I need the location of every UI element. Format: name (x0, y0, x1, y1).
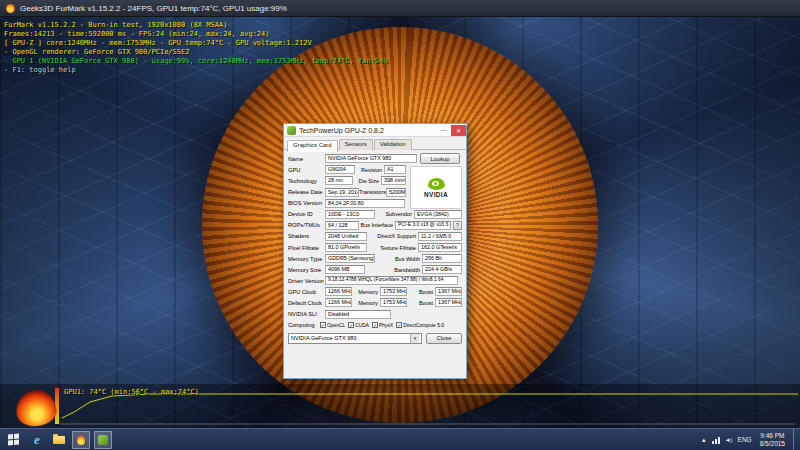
taskbar-explorer-icon[interactable] (50, 431, 68, 449)
window-titlebar: Geeks3D FurMark v1.15.2.2 - 24FPS, GPU1 … (0, 0, 800, 17)
label-default-boost-clock: Boost (407, 300, 435, 306)
language-indicator[interactable]: ENG (738, 436, 752, 443)
value-revision: A1 (384, 165, 406, 174)
taskbar-clock[interactable]: 9:46 PM 8/5/2015 (757, 432, 788, 448)
osd-line: [ GPU-Z ] core:1240MHz - mem:1753MHz - G… (4, 39, 388, 48)
value-memory-type: GDDR5 (Samsung) (325, 254, 375, 263)
label-bus-width: Bus Width (375, 256, 422, 262)
label-rops-tmus: ROPs/TMUs (288, 222, 325, 228)
value-die-size: 398 mm² (381, 176, 406, 185)
value-gpu-boost-clock: 1367 MHz (435, 287, 462, 296)
value-gpu-mem-clock: 1753 MHz (380, 287, 407, 296)
gpuz-close-button[interactable]: Close (426, 333, 462, 344)
clock-date: 8/5/2015 (760, 440, 785, 448)
windows-logo-icon (8, 433, 19, 445)
lookup-button[interactable]: Lookup (420, 153, 460, 164)
label-pixel-fillrate: Pixel Fillrate (288, 245, 325, 251)
gpu-temp-readout: GPU1: 74°C (min:56°C - max:74°C) (64, 388, 199, 396)
label-name: Name (288, 156, 325, 162)
value-default-clock: 1266 MHz (325, 298, 352, 307)
label-driver: Driver Version (288, 278, 325, 284)
volume-icon[interactable]: ◄) (725, 429, 733, 450)
taskbar-furmark-icon[interactable] (72, 431, 90, 449)
bus-interface-help-icon[interactable]: ? (453, 221, 462, 230)
value-bus-width: 256 Bit (422, 254, 462, 263)
label-subvendor: Subvendor (375, 211, 414, 217)
taskbar-ie-icon[interactable]: e (28, 431, 46, 449)
network-icon[interactable] (712, 436, 720, 444)
cuda-checkbox[interactable]: ✓ (348, 322, 354, 328)
value-transistors: 5200M (386, 188, 406, 197)
gpuz-app-icon (287, 126, 296, 135)
opencl-checkbox[interactable]: ✓ (320, 322, 326, 328)
gpuz-titlebar[interactable]: TechPowerUp GPU-Z 0.8.2 — ✕ (284, 124, 466, 137)
tray-expand-icon[interactable]: ▲ (701, 429, 707, 450)
osd-line: FurMark v1.15.2.2 - Burn-in test, 1920x1… (4, 21, 388, 30)
value-directx: 11.2 / SM5.0 (418, 232, 462, 241)
value-technology: 28 nm (325, 176, 353, 185)
label-texture-fillrate: Texture Fillrate (367, 245, 418, 251)
label-technology: Technology (288, 178, 325, 184)
value-bios: 84.04.2F.00.80 (325, 199, 405, 208)
directcompute-checkbox[interactable]: ✓ (396, 322, 402, 328)
clock-time: 9:46 PM (760, 432, 785, 440)
gpuz-chip-icon (98, 435, 108, 445)
osd-line: - F1: toggle help (4, 66, 388, 75)
value-memory-size: 4096 MB (325, 265, 365, 274)
label-memory-size: Memory Size (288, 267, 325, 273)
card-select-dropdown[interactable]: NVIDIA GeForce GTX 980 ▾ (288, 333, 422, 344)
label-default-mem-clock: Memory (352, 300, 380, 306)
label-revision: Revision (355, 167, 384, 173)
cuda-checkbox-label: CUDA (355, 323, 369, 328)
minimize-icon[interactable]: — (436, 125, 451, 136)
label-bios: BIOS Version (288, 200, 325, 206)
value-sli: Disabled (325, 310, 391, 319)
physx-checkbox-label: PhysX (379, 323, 393, 328)
card-select-value: NVIDIA GeForce GTX 980 (291, 335, 357, 341)
ie-e-glyph: e (34, 432, 40, 448)
label-default-clock: Default Clock (288, 300, 325, 306)
flame-icon (77, 435, 85, 445)
nvidia-logo: NVIDIA (410, 166, 462, 209)
gpuz-title: TechPowerUp GPU-Z 0.8.2 (299, 127, 436, 134)
gpuz-window: TechPowerUp GPU-Z 0.8.2 — ✕ Graphics Car… (283, 123, 467, 379)
nvidia-wordmark: NVIDIA (424, 191, 448, 198)
system-tray: ▲ ◄) ENG 9:46 PM 8/5/2015 (701, 429, 800, 450)
value-default-boost-clock: 1367 MHz (435, 298, 462, 307)
gpuz-body: Name NVIDIA GeForce GTX 980 Lookup GPU G… (284, 150, 466, 330)
show-desktop-button[interactable] (793, 429, 798, 450)
value-shaders: 2048 Unified (325, 232, 367, 241)
label-gpu-mem-clock: Memory (352, 289, 380, 295)
value-name: NVIDIA GeForce GTX 980 (325, 154, 417, 163)
tab-sensors[interactable]: Sensors (339, 139, 373, 150)
value-bandwidth: 224.4 GB/s (422, 265, 462, 274)
label-bandwidth: Bandwidth (365, 267, 422, 273)
physx-checkbox[interactable]: ✓ (372, 322, 378, 328)
label-shaders: Shaders (288, 233, 325, 239)
label-computing: Computing (288, 322, 320, 328)
taskbar-gpuz-icon[interactable] (94, 431, 112, 449)
label-device-id: Device ID (288, 211, 325, 217)
folder-icon (53, 436, 65, 444)
value-driver: 9.18.13.4788 WHQL (ForceWare 347.88) / W… (325, 276, 458, 285)
taskbar: e ▲ ◄) ENG 9:46 PM 8/5/2015 (0, 428, 800, 450)
temperature-graph-panel: GPU1: 74°C (min:56°C - max:74°C) (0, 384, 800, 428)
chevron-down-icon: ▾ (410, 334, 419, 343)
label-release-date: Release Date (288, 189, 325, 195)
value-bus-interface: PCI-E 3.0 x16 @ x16 3.0 (395, 221, 451, 230)
value-texture-fillrate: 162.0 GTexel/s (418, 243, 462, 252)
label-sli: NVIDIA SLI (288, 311, 325, 317)
osd-line: - GPU 1 (NVIDIA GeForce GTX 980) - usage… (4, 57, 388, 66)
osd-line: - OpenGL renderer: GeForce GTX 980/PCIe/… (4, 48, 388, 57)
value-device-id: 10DE - 13C0 (325, 210, 375, 219)
tab-validation[interactable]: Validation (374, 139, 412, 150)
gpuz-tabs: Graphics Card Sensors Validation (284, 137, 466, 150)
opencl-checkbox-label: OpenCL (327, 323, 345, 328)
close-icon[interactable]: ✕ (451, 125, 466, 136)
label-transistors: Transistors (359, 189, 386, 195)
furmark-fullscreen-window: Geeks3D FurMark v1.15.2.2 - 24FPS, GPU1 … (0, 0, 800, 450)
value-gpu-clock: 1266 MHz (325, 287, 352, 296)
start-button[interactable] (0, 429, 26, 450)
value-pixel-fillrate: 81.0 GPixel/s (325, 243, 367, 252)
value-rops-tmus: 64 / 128 (325, 221, 359, 230)
